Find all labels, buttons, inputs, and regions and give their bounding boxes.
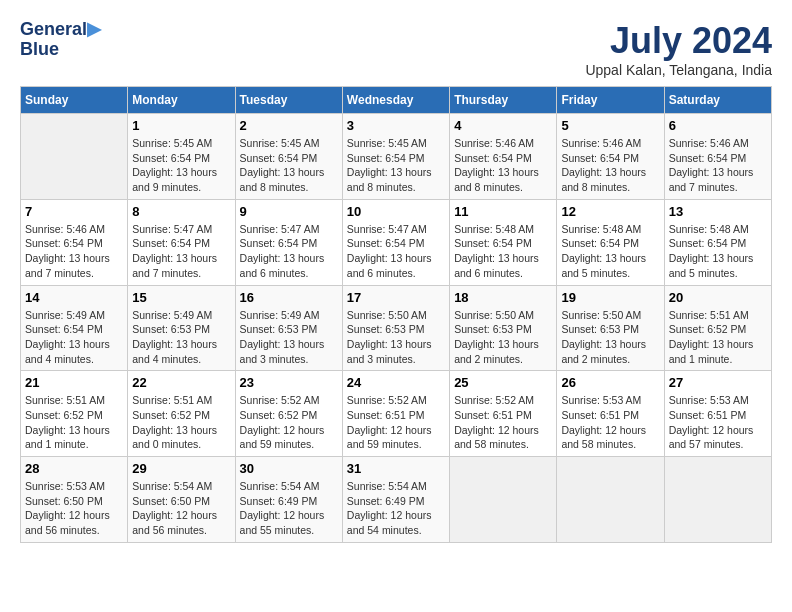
calendar-cell: 16Sunrise: 5:49 AMSunset: 6:53 PMDayligh… (235, 285, 342, 371)
calendar-cell: 13Sunrise: 5:48 AMSunset: 6:54 PMDayligh… (664, 199, 771, 285)
calendar-cell: 26Sunrise: 5:53 AMSunset: 6:51 PMDayligh… (557, 371, 664, 457)
week-row-4: 21Sunrise: 5:51 AMSunset: 6:52 PMDayligh… (21, 371, 772, 457)
day-info: Sunrise: 5:51 AMSunset: 6:52 PMDaylight:… (25, 393, 123, 452)
day-number: 30 (240, 461, 338, 476)
day-number: 21 (25, 375, 123, 390)
calendar-cell: 6Sunrise: 5:46 AMSunset: 6:54 PMDaylight… (664, 114, 771, 200)
calendar-cell: 22Sunrise: 5:51 AMSunset: 6:52 PMDayligh… (128, 371, 235, 457)
location-subtitle: Uppal Kalan, Telangana, India (585, 62, 772, 78)
calendar-cell: 8Sunrise: 5:47 AMSunset: 6:54 PMDaylight… (128, 199, 235, 285)
day-number: 3 (347, 118, 445, 133)
day-info: Sunrise: 5:52 AMSunset: 6:51 PMDaylight:… (347, 393, 445, 452)
day-header-wednesday: Wednesday (342, 87, 449, 114)
day-number: 28 (25, 461, 123, 476)
calendar-cell: 11Sunrise: 5:48 AMSunset: 6:54 PMDayligh… (450, 199, 557, 285)
day-info: Sunrise: 5:54 AMSunset: 6:49 PMDaylight:… (240, 479, 338, 538)
month-year-title: July 2024 (585, 20, 772, 62)
calendar-cell (450, 457, 557, 543)
calendar-cell: 30Sunrise: 5:54 AMSunset: 6:49 PMDayligh… (235, 457, 342, 543)
day-info: Sunrise: 5:53 AMSunset: 6:51 PMDaylight:… (561, 393, 659, 452)
calendar-cell: 2Sunrise: 5:45 AMSunset: 6:54 PMDaylight… (235, 114, 342, 200)
day-number: 4 (454, 118, 552, 133)
day-number: 12 (561, 204, 659, 219)
day-number: 25 (454, 375, 552, 390)
calendar-cell: 31Sunrise: 5:54 AMSunset: 6:49 PMDayligh… (342, 457, 449, 543)
day-number: 14 (25, 290, 123, 305)
calendar-cell: 14Sunrise: 5:49 AMSunset: 6:54 PMDayligh… (21, 285, 128, 371)
day-number: 10 (347, 204, 445, 219)
week-row-3: 14Sunrise: 5:49 AMSunset: 6:54 PMDayligh… (21, 285, 772, 371)
day-info: Sunrise: 5:49 AMSunset: 6:54 PMDaylight:… (25, 308, 123, 367)
day-info: Sunrise: 5:46 AMSunset: 6:54 PMDaylight:… (25, 222, 123, 281)
day-info: Sunrise: 5:46 AMSunset: 6:54 PMDaylight:… (561, 136, 659, 195)
calendar-cell: 19Sunrise: 5:50 AMSunset: 6:53 PMDayligh… (557, 285, 664, 371)
calendar-cell: 23Sunrise: 5:52 AMSunset: 6:52 PMDayligh… (235, 371, 342, 457)
day-info: Sunrise: 5:48 AMSunset: 6:54 PMDaylight:… (669, 222, 767, 281)
calendar-cell (557, 457, 664, 543)
day-number: 27 (669, 375, 767, 390)
day-info: Sunrise: 5:51 AMSunset: 6:52 PMDaylight:… (669, 308, 767, 367)
calendar-cell: 10Sunrise: 5:47 AMSunset: 6:54 PMDayligh… (342, 199, 449, 285)
calendar-cell: 4Sunrise: 5:46 AMSunset: 6:54 PMDaylight… (450, 114, 557, 200)
day-header-monday: Monday (128, 87, 235, 114)
calendar-cell: 7Sunrise: 5:46 AMSunset: 6:54 PMDaylight… (21, 199, 128, 285)
day-info: Sunrise: 5:48 AMSunset: 6:54 PMDaylight:… (561, 222, 659, 281)
day-info: Sunrise: 5:45 AMSunset: 6:54 PMDaylight:… (240, 136, 338, 195)
day-number: 20 (669, 290, 767, 305)
day-number: 29 (132, 461, 230, 476)
calendar-cell: 29Sunrise: 5:54 AMSunset: 6:50 PMDayligh… (128, 457, 235, 543)
calendar-cell: 5Sunrise: 5:46 AMSunset: 6:54 PMDaylight… (557, 114, 664, 200)
day-number: 26 (561, 375, 659, 390)
day-info: Sunrise: 5:47 AMSunset: 6:54 PMDaylight:… (347, 222, 445, 281)
day-info: Sunrise: 5:52 AMSunset: 6:52 PMDaylight:… (240, 393, 338, 452)
day-info: Sunrise: 5:45 AMSunset: 6:54 PMDaylight:… (347, 136, 445, 195)
day-number: 1 (132, 118, 230, 133)
day-info: Sunrise: 5:53 AMSunset: 6:50 PMDaylight:… (25, 479, 123, 538)
calendar-cell: 24Sunrise: 5:52 AMSunset: 6:51 PMDayligh… (342, 371, 449, 457)
day-info: Sunrise: 5:49 AMSunset: 6:53 PMDaylight:… (240, 308, 338, 367)
day-number: 13 (669, 204, 767, 219)
day-number: 18 (454, 290, 552, 305)
calendar-cell (21, 114, 128, 200)
day-info: Sunrise: 5:54 AMSunset: 6:50 PMDaylight:… (132, 479, 230, 538)
logo: General▶Blue (20, 20, 101, 60)
day-header-friday: Friday (557, 87, 664, 114)
calendar-cell: 3Sunrise: 5:45 AMSunset: 6:54 PMDaylight… (342, 114, 449, 200)
calendar-cell: 25Sunrise: 5:52 AMSunset: 6:51 PMDayligh… (450, 371, 557, 457)
day-number: 15 (132, 290, 230, 305)
calendar-cell: 20Sunrise: 5:51 AMSunset: 6:52 PMDayligh… (664, 285, 771, 371)
day-number: 19 (561, 290, 659, 305)
day-number: 8 (132, 204, 230, 219)
day-number: 24 (347, 375, 445, 390)
day-info: Sunrise: 5:49 AMSunset: 6:53 PMDaylight:… (132, 308, 230, 367)
day-header-tuesday: Tuesday (235, 87, 342, 114)
day-number: 17 (347, 290, 445, 305)
day-info: Sunrise: 5:53 AMSunset: 6:51 PMDaylight:… (669, 393, 767, 452)
header-row: SundayMondayTuesdayWednesdayThursdayFrid… (21, 87, 772, 114)
day-number: 9 (240, 204, 338, 219)
day-number: 31 (347, 461, 445, 476)
day-number: 6 (669, 118, 767, 133)
day-info: Sunrise: 5:48 AMSunset: 6:54 PMDaylight:… (454, 222, 552, 281)
calendar-cell: 12Sunrise: 5:48 AMSunset: 6:54 PMDayligh… (557, 199, 664, 285)
day-info: Sunrise: 5:50 AMSunset: 6:53 PMDaylight:… (561, 308, 659, 367)
calendar-cell: 15Sunrise: 5:49 AMSunset: 6:53 PMDayligh… (128, 285, 235, 371)
day-number: 22 (132, 375, 230, 390)
calendar-cell (664, 457, 771, 543)
title-area: July 2024 Uppal Kalan, Telangana, India (585, 20, 772, 78)
calendar-cell: 28Sunrise: 5:53 AMSunset: 6:50 PMDayligh… (21, 457, 128, 543)
week-row-1: 1Sunrise: 5:45 AMSunset: 6:54 PMDaylight… (21, 114, 772, 200)
calendar-cell: 21Sunrise: 5:51 AMSunset: 6:52 PMDayligh… (21, 371, 128, 457)
calendar-cell: 18Sunrise: 5:50 AMSunset: 6:53 PMDayligh… (450, 285, 557, 371)
day-info: Sunrise: 5:46 AMSunset: 6:54 PMDaylight:… (669, 136, 767, 195)
day-info: Sunrise: 5:46 AMSunset: 6:54 PMDaylight:… (454, 136, 552, 195)
day-number: 2 (240, 118, 338, 133)
page-header: General▶Blue July 2024 Uppal Kalan, Tela… (20, 20, 772, 78)
day-header-saturday: Saturday (664, 87, 771, 114)
day-number: 16 (240, 290, 338, 305)
calendar-cell: 1Sunrise: 5:45 AMSunset: 6:54 PMDaylight… (128, 114, 235, 200)
week-row-5: 28Sunrise: 5:53 AMSunset: 6:50 PMDayligh… (21, 457, 772, 543)
day-info: Sunrise: 5:52 AMSunset: 6:51 PMDaylight:… (454, 393, 552, 452)
day-info: Sunrise: 5:47 AMSunset: 6:54 PMDaylight:… (240, 222, 338, 281)
day-number: 5 (561, 118, 659, 133)
